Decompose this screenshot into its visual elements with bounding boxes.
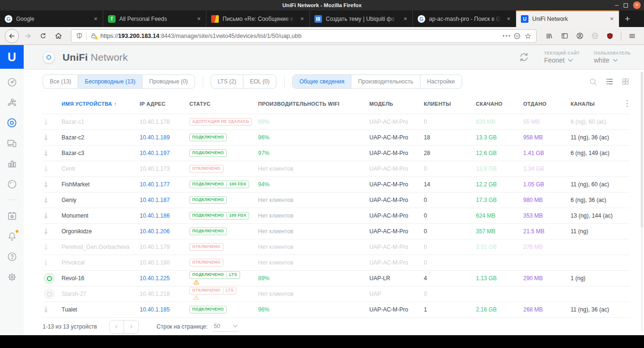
column-header-clients[interactable]: КЛИЕНТЫ [424, 101, 476, 107]
device-name[interactable]: Revol-16 [62, 275, 140, 282]
browser-tab[interactable]: Письмо «Re: Сообщение в × [206, 10, 310, 27]
maximize-icon[interactable] [624, 3, 628, 8]
device-ip[interactable]: 10.40.1.225 [140, 275, 189, 282]
sidebar-item-alerts[interactable] [6, 230, 18, 242]
tracking-shield-icon[interactable] [76, 32, 83, 39]
search-icon[interactable] [589, 77, 598, 86]
table-row[interactable]: Perehod_Gen.Gorbacheva 10.40.1.179 ОТКЛЮ… [43, 239, 630, 255]
column-header-status[interactable]: СТАТУС [189, 101, 258, 107]
tab-close-icon[interactable]: × [92, 15, 99, 22]
page-actions-icon[interactable] [503, 35, 510, 37]
device-name[interactable]: Perehod_Gen.Gorbacheva [62, 244, 140, 250]
lock-warning-icon[interactable] [90, 32, 97, 39]
table-row[interactable]: Bazar-c2 10.40.1.189 ПОДКЛЮЧЕНО 96% UAP-… [43, 130, 630, 146]
site-switcher[interactable]: ТЕКУЩИЙ САЙТ Feonet [544, 51, 580, 64]
ublock-icon[interactable] [603, 29, 617, 43]
menu-icon[interactable] [625, 29, 639, 43]
back-icon[interactable] [5, 29, 19, 43]
column-header-download[interactable]: СКАЧАНО [476, 101, 523, 107]
tab-close-icon[interactable]: × [505, 15, 512, 22]
device-name[interactable]: Orgonikidze [62, 228, 140, 235]
table-row[interactable]: Monument 10.40.1.186 ПОДКЛЮЧЕНО100 FDX Н… [43, 208, 630, 224]
device-ip[interactable]: 10.40.1.206 [140, 228, 189, 235]
sidebar-item-dashboard[interactable] [6, 76, 18, 88]
device-name[interactable]: Geniy [62, 197, 140, 203]
table-row[interactable]: Centr 10.40.1.173 ОТКЛЮЧЕНО Нет клиентов… [43, 161, 630, 177]
table-row[interactable]: FishMarket 10.40.1.177 ПОДКЛЮЧЕНО100 FDX… [43, 177, 630, 192]
device-ip[interactable]: 10.40.1.180 [140, 259, 189, 266]
ubiquiti-logo[interactable]: U [0, 45, 24, 69]
sidebar-item-help[interactable] [6, 250, 18, 263]
device-name[interactable]: Bazar-c3 [62, 150, 140, 156]
device-ip[interactable]: 10.40.1.179 [140, 244, 189, 250]
device-type-filter-button[interactable]: Все (13) [43, 75, 78, 88]
table-row[interactable]: Privokzal 10.40.1.180 ОТКЛЮЧЕНО Нет клие… [43, 255, 630, 271]
bookmark-star-icon[interactable] [524, 32, 532, 40]
device-ip[interactable]: 10.40.1.186 [140, 212, 189, 219]
tab-close-icon[interactable]: × [402, 15, 409, 22]
sidebar-item-settings[interactable] [6, 271, 18, 283]
tab-close-icon[interactable]: × [608, 15, 615, 22]
view-tab[interactable]: Общие сведения [293, 75, 351, 88]
table-row[interactable]: Tualet 10.40.1.185 ПОДКЛЮЧЕНО 96% UAP-AC… [43, 302, 630, 318]
sidebar-item-topology[interactable] [6, 96, 18, 109]
globe-icon[interactable] [588, 29, 602, 43]
device-name[interactable]: Starsh-27 [62, 291, 140, 297]
columns-menu-icon[interactable] [625, 98, 630, 109]
browser-tab[interactable]: Создать тему | Ubiquiti фо × [310, 10, 413, 27]
device-ip[interactable]: 10.40.1.177 [140, 181, 189, 188]
browser-tab[interactable]: All Personal Feeds × [103, 10, 206, 27]
view-tab[interactable]: Производительность [351, 75, 420, 88]
sidebar-item-insights[interactable] [6, 178, 18, 190]
user-menu[interactable]: ПОЛЬЗОВАТЕЛЬ white [594, 51, 631, 64]
column-header-channels[interactable]: КАНАЛЫ [571, 101, 616, 107]
lifecycle-filter-button[interactable]: EOL (0) [243, 75, 277, 88]
table-row[interactable]: Revol-16 10.40.1.225 ПОДКЛЮЧЕНОLTS 89% U… [43, 271, 630, 286]
browser-tab[interactable]: ap-ac-mash-pro - Поиск в G × [413, 10, 516, 27]
table-row[interactable]: Starsh-27 10.40.1.218 ОТКЛЮЧЕНОLTS Нет к… [43, 286, 630, 302]
sidebar-item-devices[interactable] [6, 117, 18, 129]
reload-icon[interactable] [36, 29, 50, 43]
sidebar-toggle-icon[interactable] [557, 29, 572, 43]
grid-view-icon[interactable] [621, 77, 630, 86]
sidebar-item-clients[interactable] [6, 137, 18, 149]
device-type-filter-button[interactable]: Беспроводные (13) [78, 75, 143, 88]
device-name[interactable]: Privokzal [62, 259, 140, 266]
sidebar-item-events[interactable] [6, 210, 18, 222]
device-ip[interactable]: 10.40.1.185 [140, 306, 189, 313]
device-ip[interactable]: 10.40.1.189 [140, 134, 189, 141]
sidebar-item-statistics[interactable] [6, 157, 18, 170]
view-tab[interactable]: Настройки [420, 75, 462, 88]
column-header-upload[interactable]: ОТДАНО [523, 101, 571, 107]
device-name[interactable]: Tualet [62, 306, 140, 313]
column-header-model[interactable]: МОДЕЛЬ [369, 101, 424, 107]
minimize-icon[interactable]: – [615, 3, 618, 8]
library-icon[interactable] [542, 29, 556, 43]
table-row[interactable]: Bazar-c3 10.40.1.197 ПОДКЛЮЧЕНО 97% UAP-… [43, 146, 630, 161]
column-header-ip[interactable]: IP АДРЕС [140, 101, 189, 107]
scrollbar[interactable] [641, 72, 643, 331]
device-ip[interactable]: 10.40.1.173 [140, 165, 189, 172]
device-name[interactable]: Bazar-c1 [62, 119, 140, 125]
close-icon[interactable]: × [633, 1, 641, 9]
new-tab-button[interactable]: + [619, 10, 635, 27]
device-name[interactable]: Centr [62, 165, 140, 172]
table-row[interactable]: Bazar-c1 10.40.1.178 АДОПТАЦИЯ НЕ УДАЛАС… [43, 114, 630, 130]
pocket-icon[interactable] [513, 32, 521, 40]
device-ip[interactable]: 10.40.1.187 [140, 197, 189, 203]
device-name[interactable]: Monument [62, 212, 140, 219]
next-page-icon[interactable] [124, 321, 138, 333]
column-header-performance[interactable]: ПРОИЗВОДИТЕЛЬНОСТЬ WIFI [258, 101, 369, 107]
rows-per-page-select[interactable]: 50 [213, 322, 239, 332]
browser-tab[interactable]: UniFi Network × [516, 10, 619, 27]
device-name[interactable]: FishMarket [62, 181, 140, 188]
column-header-name[interactable]: ИМЯ УСТРОЙСТВА↑ [62, 101, 140, 107]
list-view-icon[interactable] [605, 77, 614, 86]
lifecycle-filter-button[interactable]: LTS (2) [211, 75, 243, 88]
tab-close-icon[interactable]: × [196, 15, 202, 22]
account-icon[interactable] [572, 29, 587, 43]
device-ip[interactable]: 10.40.1.178 [140, 119, 189, 125]
prev-page-icon[interactable] [110, 321, 124, 333]
url-text[interactable]: https://193.200.183.14:8443/manage/site/… [100, 33, 500, 39]
device-ip[interactable]: 10.40.1.197 [140, 150, 189, 156]
